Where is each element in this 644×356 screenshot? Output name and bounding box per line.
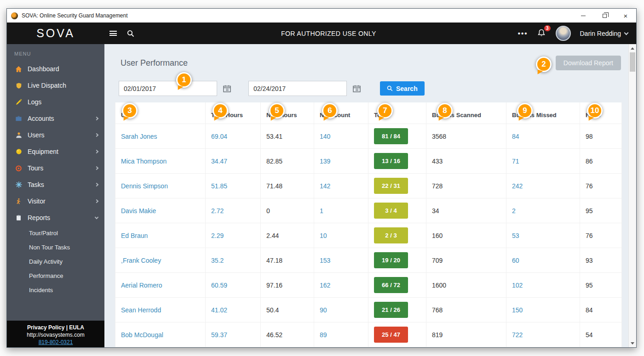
ntt-count-link[interactable]: 162 [320,282,330,289]
tour-hours-link[interactable]: 69.04 [211,133,227,140]
tour-hours-link[interactable]: 59.37 [211,331,227,339]
pencil-icon [14,99,23,105]
sidebar-item-equipment[interactable]: Equipment [7,143,104,160]
buttons-missed-link[interactable]: 71 [512,158,519,165]
titlebar: SOVA: Online Security Guard Management × [7,9,636,23]
vertical-scrollbar[interactable] [628,44,636,347]
hit-pct-value: 54 [580,322,622,347]
search-button[interactable]: Search [380,81,425,96]
scroll-up-arrow[interactable] [629,45,636,52]
tour-hours-link[interactable]: 60.59 [211,282,227,289]
sidebar-item-accounts[interactable]: Accounts [7,110,104,127]
user-link[interactable]: Davis Makie [121,207,156,215]
sidebar-item-tours[interactable]: Tours [7,160,104,176]
sidebar-subitem-non-tour-tasks[interactable]: Non Tour Tasks [7,240,104,254]
content: MENU DashboardLive DispatchLogsAccountsU… [7,44,636,347]
navbar: SOVA FOR AUTHORIZED USE ONLY ••• 3 Darin… [7,23,636,44]
user-link[interactable]: ,Frank Cooley [121,257,161,264]
sidebar-subitem-performance[interactable]: Performance [7,269,104,283]
notification-badge: 3 [544,25,551,31]
maximize-button[interactable] [594,9,615,23]
ntt-count-link[interactable]: 140 [320,133,330,140]
ntt-count-link[interactable]: 139 [320,158,330,165]
walker-icon [14,198,23,204]
column-header: Buttons Missed [506,102,580,124]
buttons-missed-link[interactable]: 2 [512,207,516,215]
ntt-count-link[interactable]: 142 [320,182,330,190]
sidebar-item-label: Accounts [28,115,54,122]
filters: Search [119,81,628,96]
sidebar-subitem-daily-activity[interactable]: Daily Activity [7,254,104,269]
scrollbar-thumb[interactable] [630,52,635,72]
hit-pct-value: 95 [580,273,622,298]
page-title: User Performance [121,58,188,68]
sidebar-subitem-tour-patrol[interactable]: Tour/Patrol [7,226,104,240]
privacy-eula-links[interactable]: Privacy Policy | EULA [9,324,103,331]
calendar-icon[interactable] [353,85,361,92]
tour-hours-link[interactable]: 35.2 [211,257,224,264]
tour-hours-link[interactable]: 41.02 [211,306,227,314]
tours-badge: 81 / 84 [374,128,408,144]
sidebar-item-dashboard[interactable]: Dashboard [7,61,104,77]
sidebar-item-reports[interactable]: Reports [7,209,104,226]
target-icon [14,165,23,172]
sidebar-item-users[interactable]: Users [7,127,104,143]
more-options-icon[interactable]: ••• [518,29,528,37]
ntt-count-link[interactable]: 1 [320,207,323,215]
tour-hours-link[interactable]: 2.72 [211,207,224,215]
user-link[interactable]: Ed Braun [121,232,148,239]
sidebar-item-logs[interactable]: Logs [7,94,104,110]
search-icon[interactable] [122,23,139,44]
buttons-missed-link[interactable]: 242 [512,182,523,190]
buttons-scanned-value: 709 [426,248,506,273]
sidebar: MENU DashboardLive DispatchLogsAccountsU… [7,44,104,347]
tour-hours-link[interactable]: 51.85 [211,182,227,190]
column-header: NTT Count [314,102,368,124]
user-link[interactable]: Mica Thompson [121,158,167,165]
user-link[interactable]: Aerial Romero [121,282,162,289]
calendar-icon[interactable] [223,85,231,92]
hit-pct-value: 84 [580,298,622,322]
user-link[interactable]: Bob McDougal [121,331,163,339]
user-link[interactable]: Sarah Jones [121,133,157,140]
ntt-count-link[interactable]: 153 [320,257,330,264]
hamburger-menu-icon[interactable] [104,23,122,44]
tour-hours-link[interactable]: 2.29 [211,232,224,239]
app-logo[interactable]: SOVA [7,27,104,40]
buttons-missed-link[interactable]: 150 [512,306,523,314]
buttons-missed-link[interactable]: 60 [512,257,519,264]
ntt-count-link[interactable]: 90 [320,306,327,314]
app-icon [11,12,18,19]
buttons-missed-link[interactable]: 722 [512,331,523,339]
user-menu[interactable]: Darin Redding [580,30,628,37]
minimize-button[interactable] [573,9,594,23]
sidebar-item-live-dispatch[interactable]: Live Dispatch [7,77,104,94]
buttons-missed-link[interactable]: 53 [512,232,519,239]
download-report-button[interactable]: Download Report [556,56,621,70]
sidebar-subitem-incidents[interactable]: Incidents [7,283,104,297]
start-date-input[interactable] [119,81,217,96]
phone-link[interactable]: 819-802-0321 [9,339,103,346]
avatar[interactable] [556,26,571,41]
sidebar-item-label: Logs [28,98,41,106]
scroll-down-arrow[interactable] [629,339,636,347]
sidebar-item-label: Tasks [28,181,44,188]
sidebar-item-tasks[interactable]: Tasks [7,176,104,193]
website-link[interactable]: http://sovasystems.com [9,331,103,339]
window-title: SOVA: Online Security Guard Management [22,12,573,19]
equipment-icon [14,148,23,155]
column-header: Tours [368,102,426,124]
ntt-count-link[interactable]: 10 [320,232,327,239]
notifications-button[interactable]: 3 [537,28,546,39]
end-date-input[interactable] [248,81,347,96]
tour-hours-link[interactable]: 34.47 [211,158,227,165]
buttons-missed-link[interactable]: 84 [512,133,519,140]
close-button[interactable]: × [615,9,636,23]
user-link[interactable]: Sean Herrodd [121,306,161,314]
buttons-missed-link[interactable]: 102 [512,282,523,289]
page-header: User Performance Download Report [121,56,621,70]
sidebar-item-visitor[interactable]: Visitor [7,193,104,209]
table-row: Sean Herrodd41.0250.49021 / 2676815084 [115,298,622,322]
ntt-count-link[interactable]: 89 [320,331,327,339]
user-link[interactable]: Dennis Simpson [121,182,168,190]
